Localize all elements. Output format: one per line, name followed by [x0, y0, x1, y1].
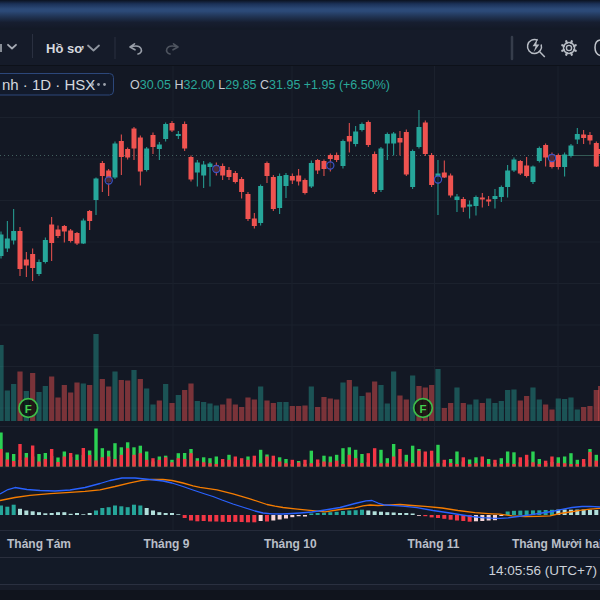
- svg-text:Tháng 9: Tháng 9: [143, 537, 189, 551]
- svg-text:Tháng Tám: Tháng Tám: [7, 537, 71, 551]
- svg-text:O30.05 H32.00 L29.85 C31.95: O30.05 H32.00 L29.85 C31.95 +1.95 (+6.50…: [130, 78, 390, 92]
- svg-text:F: F: [25, 403, 32, 415]
- svg-text:Tháng 11: Tháng 11: [407, 537, 459, 551]
- svg-text:F: F: [419, 403, 426, 415]
- svg-text:nh · 1D · HSX: nh · 1D · HSX: [2, 76, 95, 93]
- svg-text:Hồ sơ: Hồ sơ: [46, 41, 84, 56]
- svg-text:Tháng Mười hai: Tháng Mười hai: [512, 537, 600, 551]
- svg-text:14:05:56 (UTC+7): 14:05:56 (UTC+7): [489, 563, 597, 578]
- svg-text:Tháng 10: Tháng 10: [264, 537, 317, 551]
